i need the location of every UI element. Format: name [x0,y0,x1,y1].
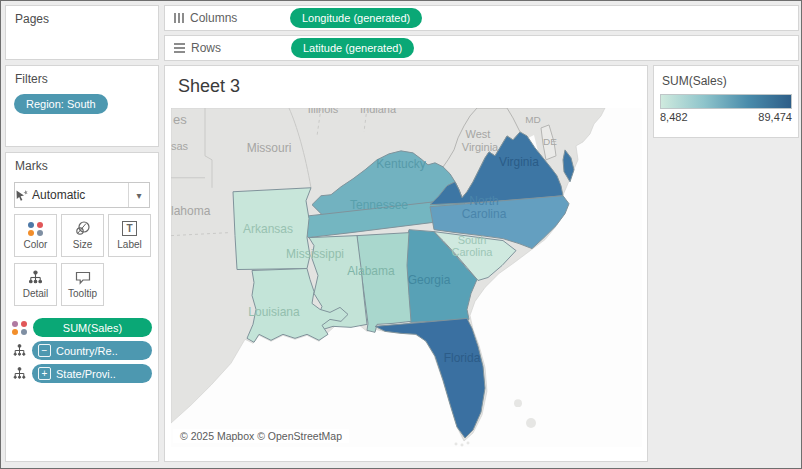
collapse-box-icon[interactable]: − [38,344,51,357]
rows-shelf-label: Rows [191,41,243,55]
pill-country[interactable]: −Country/Re.. [32,341,152,360]
filters-title: Filters [6,66,158,90]
map-label: klahoma [171,204,211,218]
rows-icon [174,43,185,53]
island [455,443,458,446]
hierarchy-icon [12,366,27,381]
pill-sum-sales[interactable]: SUM(Sales) [33,318,152,337]
map-label: Indiana [360,108,397,115]
map-label: Missouri [247,141,292,155]
legend-min-value: 8,482 [660,111,688,123]
state-label: Tennessee [350,198,408,212]
color-legend-gradient [660,94,792,109]
marks-title: Marks [6,153,158,177]
state-label: South [458,234,487,246]
size-icon [75,221,90,236]
label-icon: T [122,221,137,236]
sheet-card: Sheet 3 essasMissouriklahomaIllinoisIndi… [164,65,648,462]
mark-type-dropdown[interactable]: Automatic ▾ [14,182,150,208]
state-label: Mississippi [286,247,344,261]
chevron-down-icon[interactable]: ▾ [128,183,149,207]
pill-state-label: State/Provi.. [56,368,116,380]
state-label: Kentucky [376,157,425,171]
state-label: Virginia [499,155,539,169]
columns-shelf[interactable]: Columns Longitude (generated) [164,5,799,31]
map-label: West [466,128,491,140]
columns-icon [174,13,184,23]
island [461,444,464,447]
filters-card: Filters Region: South [5,65,159,147]
hierarchy-icon [28,270,43,285]
color-legend-dots-icon [12,321,28,335]
marks-pill-row: SUM(Sales) [12,318,152,337]
color-legend-card[interactable]: SUM(Sales) 8,482 89,474 [653,65,799,138]
sheet-title: Sheet 3 [178,76,240,97]
map-label: MD [525,114,541,125]
island [526,418,536,428]
pill-longitude[interactable]: Longitude (generated) [290,8,422,28]
pill-country-label: Country/Re.. [56,345,118,357]
automatic-cursor-icon [15,189,28,202]
color-legend-title: SUM(Sales) [654,66,798,94]
detail-button-label: Detail [23,288,49,299]
state-label: Carolina [462,207,507,221]
state-label: Arkansas [243,222,293,236]
pill-state[interactable]: +State/Provi.. [32,364,152,383]
filter-pill-region[interactable]: Region: South [14,94,108,114]
map-label: DE [543,136,557,147]
legend-max-value: 89,474 [758,111,792,123]
choropleth-map[interactable]: essasMissouriklahomaIllinoisIndianaWestV… [171,108,642,447]
island [467,442,470,445]
tooltip-button-label: Tooltip [68,288,97,299]
hierarchy-icon [12,343,27,358]
color-button-label: Color [24,239,48,250]
state-label: North [469,194,498,208]
map-view[interactable]: essasMissouriklahomaIllinoisIndianaWestV… [171,108,642,447]
state-label: Carolina [452,246,494,258]
tooltip-icon [75,271,91,285]
tooltip-button[interactable]: Tooltip [61,263,104,306]
state-label: Georgia [408,273,451,287]
marks-pill-row: +State/Provi.. [12,364,152,383]
mark-type-label: Automatic [28,188,128,202]
marks-pill-row: −Country/Re.. [12,341,152,360]
columns-shelf-label: Columns [190,11,242,25]
map-label: Virginia [462,141,499,153]
pill-latitude[interactable]: Latitude (generated) [291,38,414,58]
state-label: Louisiana [248,305,300,319]
label-button[interactable]: T Label [108,214,151,257]
label-button-label: Label [117,239,141,250]
map-label: es [173,112,187,127]
expand-box-icon[interactable]: + [38,367,51,380]
color-dots-icon [28,222,44,236]
marks-card: Marks Automatic ▾ Color Size T Label [5,152,159,462]
map-attribution[interactable]: © 2025 Mapbox © OpenStreetMap [173,429,349,443]
detail-button[interactable]: Detail [14,263,57,306]
state-label: Alabama [347,264,395,278]
map-label: Illinois [308,108,339,115]
pages-title: Pages [6,6,158,30]
rows-shelf[interactable]: Rows Latitude (generated) [164,35,799,61]
size-button-label: Size [73,239,92,250]
map-label: sas [171,140,189,152]
size-button[interactable]: Size [61,214,104,257]
island [514,399,522,407]
tableau-window: Pages Filters Region: South Marks Automa… [0,0,802,469]
color-button[interactable]: Color [14,214,57,257]
state-label: Florida [444,351,481,365]
pages-card: Pages [5,5,159,60]
